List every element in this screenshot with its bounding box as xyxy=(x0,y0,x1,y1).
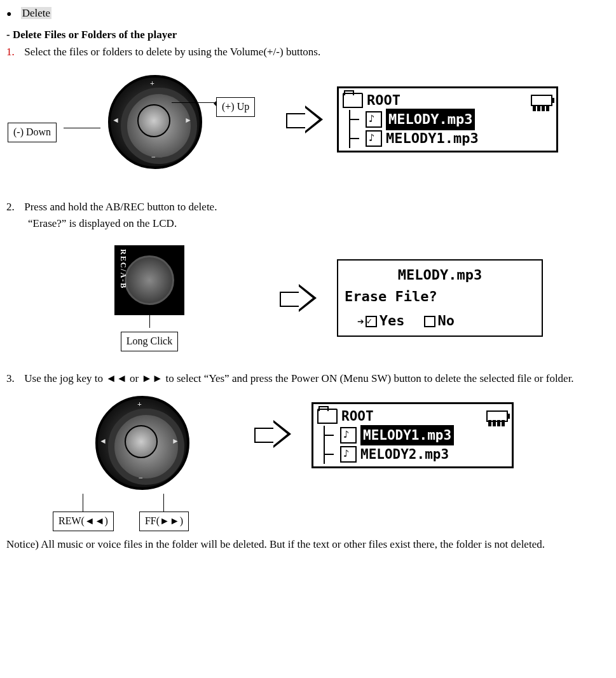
arrow-icon xyxy=(286,100,324,139)
rec-circle-icon xyxy=(125,255,174,305)
step-3-text: Use the jog key to ◄◄ or ►► to select “Y… xyxy=(24,372,573,384)
option-yes: ➔Yes xyxy=(357,310,405,332)
lcd2-root: ROOT xyxy=(341,406,374,427)
step-3: 3. Use the jog key to ◄◄ or ►► to select… xyxy=(6,370,610,531)
battery-icon xyxy=(531,95,552,106)
step-1-number: 1. xyxy=(6,44,22,60)
minus-icon: − xyxy=(139,472,143,484)
jog-dial-image-3: + − ◄ ► REW(◄◄) FF(►►) xyxy=(89,390,191,531)
step-1: 1. Select the files or folders to delete… xyxy=(6,44,610,173)
bullet-icon: ● xyxy=(6,9,11,18)
step-2-text: Press and hold the AB/REC button to dele… xyxy=(24,201,217,213)
tree-line-icon xyxy=(324,445,340,464)
lcd1-item2: MELODY1.mp3 xyxy=(386,128,479,149)
leader-line xyxy=(149,314,150,328)
tree-line-icon xyxy=(349,129,366,148)
folder-icon xyxy=(317,409,338,424)
callout-down: (-) Down xyxy=(8,123,57,142)
selected-arrow-icon: ➔ xyxy=(357,315,364,328)
callout-ff: FF(►►) xyxy=(139,512,189,531)
callout-down-line xyxy=(64,128,100,128)
battery-icon xyxy=(486,410,508,422)
rew-icon: ◄ xyxy=(99,435,107,447)
section-title: Delete xyxy=(21,7,51,19)
leader-line xyxy=(163,494,164,512)
tree-line-icon xyxy=(324,426,340,445)
lcd-screen-1: ROOT MELODY.mp3 MELODY1.mp3 xyxy=(337,86,558,153)
rew-icon: ◄ xyxy=(112,114,120,126)
step-1-figure: (-) Down + − ◄ ► (+) Up ROOT xyxy=(6,65,610,173)
music-note-icon xyxy=(340,427,357,444)
callout-rew: REW(◄◄) xyxy=(53,512,114,531)
jog-dial-image: + − ◄ ► xyxy=(102,69,203,170)
lcd-screen-2: ROOT MELODY1.mp3 MELODY2.mp3 xyxy=(311,402,514,468)
checkbox-yes-icon xyxy=(366,316,377,327)
plus-icon: + xyxy=(137,398,142,410)
arrow-icon xyxy=(254,415,292,453)
music-note-icon xyxy=(340,446,357,463)
step-2-figure: REC/A-B Long Click MELODY.mp3 Erase File… xyxy=(6,245,610,351)
rec-side-label: REC/A-B xyxy=(117,249,129,289)
lcd2-item2: MELODY2.mp3 xyxy=(360,444,449,465)
step-2-subtext: “Erase?” is displayed on the LCD. xyxy=(28,215,610,232)
lcd1-root: ROOT xyxy=(367,90,400,111)
section-heading: ● Delete xyxy=(6,5,610,22)
sub-heading: - Delete Files or Folders of the player xyxy=(6,27,610,43)
lcd2-item-selected: MELODY1.mp3 xyxy=(360,425,454,446)
step-3-number: 3. xyxy=(6,370,22,387)
ff-icon: ► xyxy=(184,114,192,126)
erase-dialog: MELODY.mp3 Erase File? ➔Yes No xyxy=(337,259,543,337)
plus-icon: + xyxy=(150,78,154,90)
notice-text: Notice) All music or voice files in the … xyxy=(6,536,610,553)
no-label: No xyxy=(438,313,455,329)
music-note-icon xyxy=(366,111,382,128)
callout-up-line xyxy=(172,102,216,103)
step-2: 2. Press and hold the AB/REC button to d… xyxy=(6,199,610,351)
minus-icon: − xyxy=(151,151,156,163)
step-2-number: 2. xyxy=(6,199,22,215)
checkbox-no-icon xyxy=(424,316,435,327)
leader-line xyxy=(83,494,83,512)
folder-icon xyxy=(343,93,363,108)
callout-up: (+) Up xyxy=(216,97,255,117)
lcd1-item-selected: MELODY.mp3 xyxy=(386,109,475,130)
erase-filename: MELODY.mp3 xyxy=(345,264,535,286)
step-3-figure: + − ◄ ► REW(◄◄) FF(►►) xyxy=(6,390,610,531)
step-1-text: Select the files or folders to delete by… xyxy=(24,46,320,58)
ff-icon: ► xyxy=(172,435,179,447)
rec-button-image: REC/A-B Long Click xyxy=(114,245,184,351)
option-no: No xyxy=(424,310,455,332)
erase-question: Erase File? xyxy=(345,286,535,308)
music-note-icon xyxy=(366,130,382,147)
arrow-icon xyxy=(280,279,318,317)
yes-label: Yes xyxy=(380,313,405,329)
tree-line-icon xyxy=(349,110,366,129)
callout-long-click: Long Click xyxy=(121,332,178,351)
